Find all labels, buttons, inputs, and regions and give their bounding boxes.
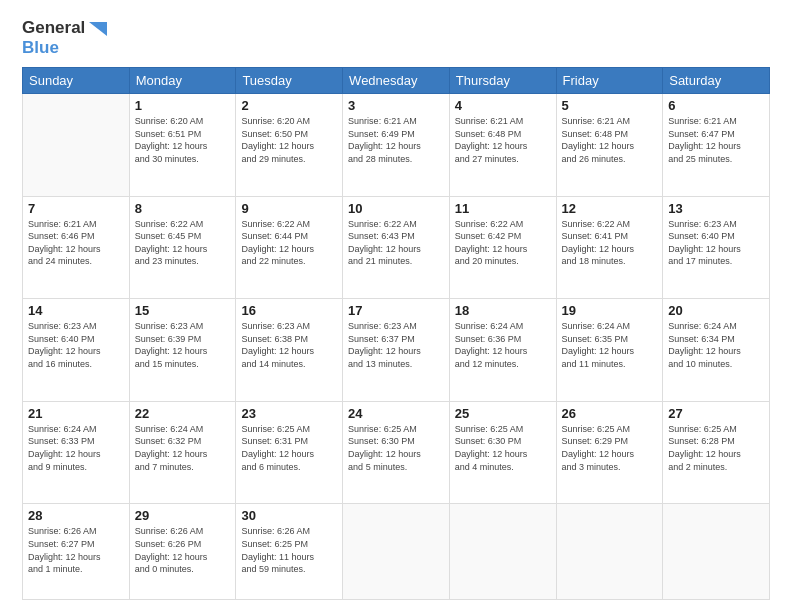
day-info: Sunrise: 6:25 AM Sunset: 6:30 PM Dayligh… (348, 423, 444, 473)
day-number: 9 (241, 201, 337, 216)
logo-arrow-icon (89, 22, 107, 36)
day-number: 10 (348, 201, 444, 216)
calendar-cell: 26Sunrise: 6:25 AM Sunset: 6:29 PM Dayli… (556, 401, 663, 504)
day-number: 20 (668, 303, 764, 318)
day-number: 16 (241, 303, 337, 318)
calendar-cell: 8Sunrise: 6:22 AM Sunset: 6:45 PM Daylig… (129, 196, 236, 299)
logo-general-text: General (22, 18, 107, 38)
day-info: Sunrise: 6:20 AM Sunset: 6:51 PM Dayligh… (135, 115, 231, 165)
week-row-5: 28Sunrise: 6:26 AM Sunset: 6:27 PM Dayli… (23, 504, 770, 600)
day-number: 15 (135, 303, 231, 318)
day-number: 6 (668, 98, 764, 113)
calendar-cell: 15Sunrise: 6:23 AM Sunset: 6:39 PM Dayli… (129, 299, 236, 402)
day-info: Sunrise: 6:22 AM Sunset: 6:41 PM Dayligh… (562, 218, 658, 268)
calendar-cell: 13Sunrise: 6:23 AM Sunset: 6:40 PM Dayli… (663, 196, 770, 299)
day-number: 28 (28, 508, 124, 523)
day-number: 13 (668, 201, 764, 216)
calendar-cell: 16Sunrise: 6:23 AM Sunset: 6:38 PM Dayli… (236, 299, 343, 402)
day-info: Sunrise: 6:21 AM Sunset: 6:48 PM Dayligh… (562, 115, 658, 165)
calendar-cell: 19Sunrise: 6:24 AM Sunset: 6:35 PM Dayli… (556, 299, 663, 402)
calendar-cell: 2Sunrise: 6:20 AM Sunset: 6:50 PM Daylig… (236, 94, 343, 197)
day-info: Sunrise: 6:22 AM Sunset: 6:44 PM Dayligh… (241, 218, 337, 268)
day-info: Sunrise: 6:22 AM Sunset: 6:42 PM Dayligh… (455, 218, 551, 268)
day-number: 22 (135, 406, 231, 421)
calendar-cell: 6Sunrise: 6:21 AM Sunset: 6:47 PM Daylig… (663, 94, 770, 197)
day-number: 5 (562, 98, 658, 113)
calendar-cell (23, 94, 130, 197)
day-info: Sunrise: 6:24 AM Sunset: 6:32 PM Dayligh… (135, 423, 231, 473)
day-number: 7 (28, 201, 124, 216)
day-info: Sunrise: 6:22 AM Sunset: 6:43 PM Dayligh… (348, 218, 444, 268)
day-info: Sunrise: 6:21 AM Sunset: 6:48 PM Dayligh… (455, 115, 551, 165)
calendar-cell: 4Sunrise: 6:21 AM Sunset: 6:48 PM Daylig… (449, 94, 556, 197)
calendar-cell: 14Sunrise: 6:23 AM Sunset: 6:40 PM Dayli… (23, 299, 130, 402)
day-number: 14 (28, 303, 124, 318)
calendar-cell (663, 504, 770, 600)
week-row-2: 7Sunrise: 6:21 AM Sunset: 6:46 PM Daylig… (23, 196, 770, 299)
day-number: 17 (348, 303, 444, 318)
calendar-cell: 11Sunrise: 6:22 AM Sunset: 6:42 PM Dayli… (449, 196, 556, 299)
day-info: Sunrise: 6:21 AM Sunset: 6:47 PM Dayligh… (668, 115, 764, 165)
calendar-cell: 5Sunrise: 6:21 AM Sunset: 6:48 PM Daylig… (556, 94, 663, 197)
col-header-sunday: Sunday (23, 68, 130, 94)
week-row-4: 21Sunrise: 6:24 AM Sunset: 6:33 PM Dayli… (23, 401, 770, 504)
calendar-cell: 17Sunrise: 6:23 AM Sunset: 6:37 PM Dayli… (343, 299, 450, 402)
day-info: Sunrise: 6:24 AM Sunset: 6:35 PM Dayligh… (562, 320, 658, 370)
week-row-3: 14Sunrise: 6:23 AM Sunset: 6:40 PM Dayli… (23, 299, 770, 402)
calendar-cell: 29Sunrise: 6:26 AM Sunset: 6:26 PM Dayli… (129, 504, 236, 600)
col-header-monday: Monday (129, 68, 236, 94)
day-number: 26 (562, 406, 658, 421)
calendar-cell (556, 504, 663, 600)
calendar-cell: 18Sunrise: 6:24 AM Sunset: 6:36 PM Dayli… (449, 299, 556, 402)
calendar-table: SundayMondayTuesdayWednesdayThursdayFrid… (22, 67, 770, 600)
calendar-cell: 21Sunrise: 6:24 AM Sunset: 6:33 PM Dayli… (23, 401, 130, 504)
logo: General Blue (22, 18, 107, 57)
page: General Blue SundayMondayTuesdayWednesda… (0, 0, 792, 612)
calendar-cell: 27Sunrise: 6:25 AM Sunset: 6:28 PM Dayli… (663, 401, 770, 504)
day-info: Sunrise: 6:24 AM Sunset: 6:34 PM Dayligh… (668, 320, 764, 370)
day-info: Sunrise: 6:23 AM Sunset: 6:39 PM Dayligh… (135, 320, 231, 370)
day-info: Sunrise: 6:24 AM Sunset: 6:33 PM Dayligh… (28, 423, 124, 473)
day-info: Sunrise: 6:21 AM Sunset: 6:46 PM Dayligh… (28, 218, 124, 268)
day-info: Sunrise: 6:22 AM Sunset: 6:45 PM Dayligh… (135, 218, 231, 268)
calendar-cell: 1Sunrise: 6:20 AM Sunset: 6:51 PM Daylig… (129, 94, 236, 197)
day-number: 27 (668, 406, 764, 421)
day-info: Sunrise: 6:23 AM Sunset: 6:37 PM Dayligh… (348, 320, 444, 370)
calendar-cell: 7Sunrise: 6:21 AM Sunset: 6:46 PM Daylig… (23, 196, 130, 299)
calendar-header-row: SundayMondayTuesdayWednesdayThursdayFrid… (23, 68, 770, 94)
header: General Blue (22, 18, 770, 57)
day-info: Sunrise: 6:25 AM Sunset: 6:29 PM Dayligh… (562, 423, 658, 473)
day-number: 21 (28, 406, 124, 421)
col-header-thursday: Thursday (449, 68, 556, 94)
day-info: Sunrise: 6:26 AM Sunset: 6:25 PM Dayligh… (241, 525, 337, 575)
col-header-tuesday: Tuesday (236, 68, 343, 94)
day-number: 25 (455, 406, 551, 421)
calendar-cell: 12Sunrise: 6:22 AM Sunset: 6:41 PM Dayli… (556, 196, 663, 299)
day-number: 29 (135, 508, 231, 523)
day-number: 4 (455, 98, 551, 113)
day-number: 24 (348, 406, 444, 421)
col-header-friday: Friday (556, 68, 663, 94)
day-number: 1 (135, 98, 231, 113)
calendar-cell: 3Sunrise: 6:21 AM Sunset: 6:49 PM Daylig… (343, 94, 450, 197)
day-info: Sunrise: 6:23 AM Sunset: 6:38 PM Dayligh… (241, 320, 337, 370)
day-number: 3 (348, 98, 444, 113)
day-info: Sunrise: 6:23 AM Sunset: 6:40 PM Dayligh… (28, 320, 124, 370)
col-header-wednesday: Wednesday (343, 68, 450, 94)
calendar-cell: 24Sunrise: 6:25 AM Sunset: 6:30 PM Dayli… (343, 401, 450, 504)
day-info: Sunrise: 6:26 AM Sunset: 6:27 PM Dayligh… (28, 525, 124, 575)
day-info: Sunrise: 6:25 AM Sunset: 6:28 PM Dayligh… (668, 423, 764, 473)
calendar-cell: 10Sunrise: 6:22 AM Sunset: 6:43 PM Dayli… (343, 196, 450, 299)
day-number: 23 (241, 406, 337, 421)
calendar-cell: 22Sunrise: 6:24 AM Sunset: 6:32 PM Dayli… (129, 401, 236, 504)
calendar-cell (449, 504, 556, 600)
calendar-cell: 9Sunrise: 6:22 AM Sunset: 6:44 PM Daylig… (236, 196, 343, 299)
day-info: Sunrise: 6:25 AM Sunset: 6:31 PM Dayligh… (241, 423, 337, 473)
day-info: Sunrise: 6:23 AM Sunset: 6:40 PM Dayligh… (668, 218, 764, 268)
day-number: 19 (562, 303, 658, 318)
week-row-1: 1Sunrise: 6:20 AM Sunset: 6:51 PM Daylig… (23, 94, 770, 197)
calendar-cell (343, 504, 450, 600)
day-info: Sunrise: 6:25 AM Sunset: 6:30 PM Dayligh… (455, 423, 551, 473)
calendar-cell: 25Sunrise: 6:25 AM Sunset: 6:30 PM Dayli… (449, 401, 556, 504)
day-number: 2 (241, 98, 337, 113)
